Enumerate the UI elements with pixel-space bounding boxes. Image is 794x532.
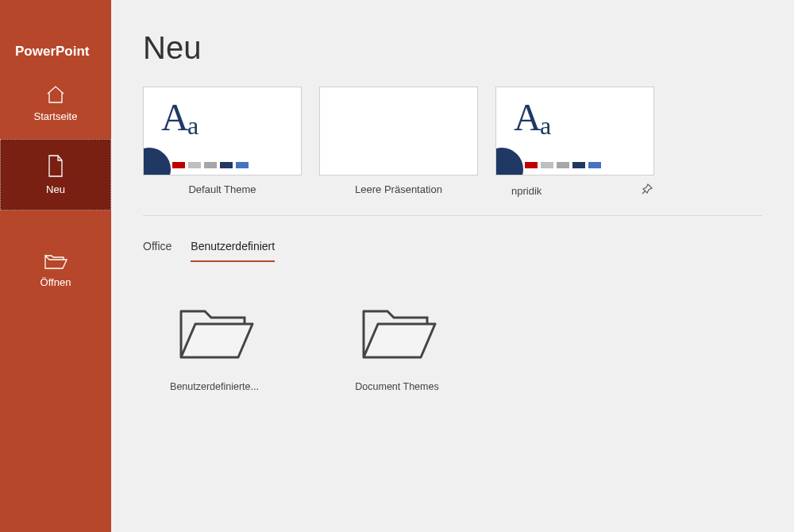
template-npridik[interactable]: A a npridik xyxy=(495,87,654,198)
sidebar-item-home[interactable]: Startseite xyxy=(0,67,111,139)
folder-custom[interactable]: Benutzerdefinierte... xyxy=(159,300,270,392)
main-content: Neu A a Default Theme L xyxy=(111,0,794,532)
folder-icon xyxy=(357,353,437,366)
home-icon xyxy=(45,85,66,104)
folder-label: Document Themes xyxy=(341,381,453,392)
folder-icon xyxy=(175,353,254,366)
folders-row: Benutzerdefinierte... Document Themes xyxy=(159,300,762,392)
sidebar-item-label: Startseite xyxy=(34,110,78,122)
template-default-theme[interactable]: A a Default Theme xyxy=(143,87,302,198)
template-label: Default Theme xyxy=(188,183,256,195)
templates-row: A a Default Theme Leere Präsentation xyxy=(143,87,762,216)
template-thumbnail xyxy=(319,87,478,175)
sidebar: PowerPoint Startseite Neu Öffnen xyxy=(0,0,111,532)
tab-custom[interactable]: Benutzerdefiniert xyxy=(191,235,275,262)
app-name: PowerPoint xyxy=(0,0,111,67)
open-folder-icon xyxy=(44,253,67,270)
sidebar-item-label: Öffnen xyxy=(40,276,71,288)
tab-office[interactable]: Office xyxy=(143,235,172,262)
new-file-icon xyxy=(47,155,64,177)
template-thumbnail: A a xyxy=(143,87,302,175)
folder-document-themes[interactable]: Document Themes xyxy=(341,300,453,392)
sidebar-item-label: Neu xyxy=(46,183,65,195)
template-label: npridik xyxy=(511,185,542,197)
pin-icon[interactable] xyxy=(642,183,653,198)
template-label: Leere Präsentation xyxy=(355,183,442,195)
template-blank[interactable]: Leere Präsentation xyxy=(319,87,478,198)
sidebar-item-new[interactable]: Neu xyxy=(0,139,111,210)
template-thumbnail: A a xyxy=(495,87,654,175)
folder-label: Benutzerdefinierte... xyxy=(159,381,270,392)
template-source-tabs: Office Benutzerdefiniert xyxy=(143,235,762,262)
sidebar-item-open[interactable]: Öffnen xyxy=(0,234,111,306)
page-title: Neu xyxy=(143,30,762,66)
